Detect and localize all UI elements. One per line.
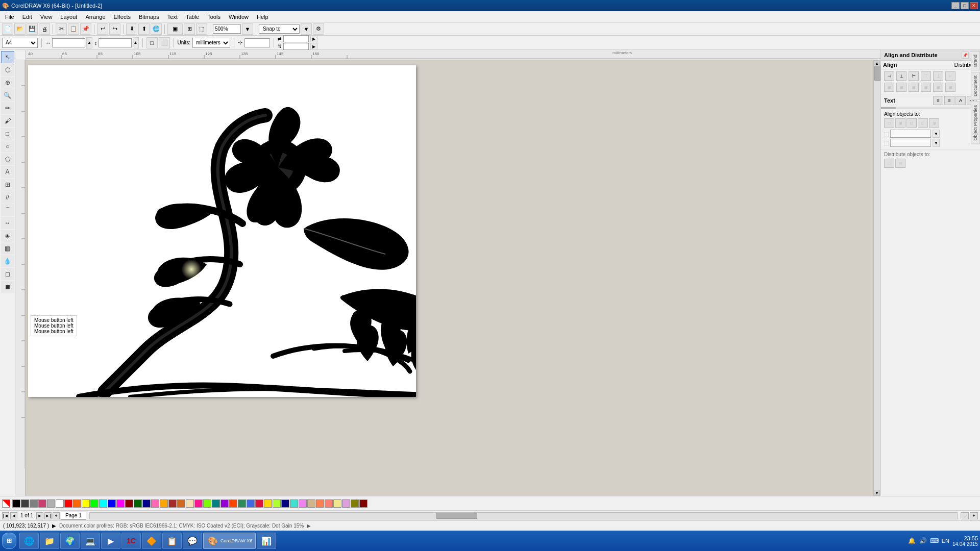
dist-to-btn2[interactable]: ⊞	[895, 159, 905, 168]
ellipse-tool[interactable]: ○	[1, 140, 14, 153]
text-tool[interactable]: A	[1, 166, 14, 178]
export-button[interactable]: ⬆	[138, 23, 150, 35]
snap-to-select[interactable]: Snap to	[259, 24, 300, 34]
snap-options-btn[interactable]: ▼	[301, 23, 312, 35]
page-next-btn[interactable]: ►	[36, 512, 43, 519]
no-fill-swatch[interactable]	[2, 499, 10, 508]
tray-icon1[interactable]: 🔔	[908, 537, 916, 545]
nudge-h-input[interactable]: 5,0 mm	[283, 35, 309, 42]
menu-item-view[interactable]: View	[36, 11, 57, 22]
color-purple[interactable]	[220, 499, 229, 508]
minimize-button[interactable]: _	[951, 2, 960, 9]
color-lime[interactable]	[90, 499, 99, 508]
taskbar-1c[interactable]: 1С	[121, 533, 141, 549]
align-to-btn4[interactable]: ⊡	[918, 118, 928, 128]
dist-btn2[interactable]: ⊟	[896, 83, 906, 92]
page-last-btn[interactable]: ►|	[44, 512, 52, 519]
color-profile-link[interactable]: ▶	[307, 523, 311, 529]
color-magenta[interactable]	[116, 499, 125, 508]
portrait-btn[interactable]: □	[146, 37, 158, 48]
page-add-btn[interactable]: +	[53, 512, 60, 519]
color-tan[interactable]	[307, 499, 315, 508]
cut-button[interactable]: ✂	[56, 23, 67, 35]
align-bottom-btn[interactable]: ⊦	[945, 71, 955, 81]
width-input[interactable]: 210,0 mm	[52, 38, 85, 47]
view-mode-btn1[interactable]: ▣	[167, 23, 183, 35]
page-tab-1[interactable]: Page 1	[61, 512, 86, 520]
color-gray[interactable]	[30, 499, 38, 508]
taskbar-coreldraw-active[interactable]: 🎨 CorelDRAW X6	[203, 533, 256, 549]
rectangle-tool[interactable]: □	[1, 128, 14, 140]
align-left-btn[interactable]: ⊣	[884, 71, 894, 81]
landscape-btn[interactable]: ⬜	[159, 37, 170, 48]
x-coord-input[interactable]: 105,0 mm	[890, 130, 931, 138]
nudge-h-btn[interactable]: ▶	[310, 35, 317, 42]
align-top-btn[interactable]: ⊤	[921, 71, 931, 81]
align-to-btn1[interactable]: □	[884, 118, 894, 128]
height-input[interactable]: 297,0 mm	[99, 38, 132, 47]
outline-tool[interactable]: ◻	[1, 268, 14, 280]
align-center-v-btn[interactable]: ⊥	[933, 71, 943, 81]
menu-item-arrange[interactable]: Arrange	[81, 11, 109, 22]
taskbar-chrome[interactable]: 🌐	[19, 533, 39, 549]
height-spinner-up[interactable]: ▲	[133, 37, 139, 48]
fill-tool[interactable]: ◼	[1, 281, 14, 293]
taskbar-computer[interactable]: 💻	[81, 533, 100, 549]
color-khaki[interactable]	[333, 499, 341, 508]
menu-item-layout[interactable]: Layout	[56, 11, 81, 22]
page-canvas[interactable]: Mouse button left Mouse button left Mous…	[28, 65, 416, 397]
zoom-dropdown[interactable]: ▼	[242, 23, 253, 35]
start-button[interactable]: ⊞	[2, 533, 16, 549]
page-prev-btn[interactable]: ◄	[10, 512, 17, 519]
color-hotpink[interactable]	[151, 499, 159, 508]
open-button[interactable]: 📂	[14, 23, 26, 35]
close-button[interactable]: ✕	[970, 2, 978, 9]
smart-fill-tool[interactable]: ▦	[1, 242, 14, 255]
units-select[interactable]: millimeters	[192, 38, 230, 48]
zoom-input[interactable]: 500%	[213, 24, 241, 34]
menu-item-table[interactable]: Table	[182, 11, 203, 22]
color-salmon[interactable]	[325, 499, 333, 508]
y-coord-input[interactable]: 148,5 mm	[890, 139, 931, 147]
align-right-btn[interactable]: ⊢	[909, 71, 919, 81]
text-align-left-btn[interactable]: ≡	[933, 96, 943, 105]
color-greenyellow[interactable]	[273, 499, 281, 508]
color-red[interactable]	[64, 499, 72, 508]
width-spinner-up[interactable]: ▲	[86, 37, 92, 48]
table-tool[interactable]: ⊞	[1, 179, 14, 191]
no-fill-box[interactable]	[2, 499, 10, 508]
color-plum[interactable]	[342, 499, 350, 508]
color-brown[interactable]	[168, 499, 177, 508]
menu-item-edit[interactable]: Edit	[18, 11, 36, 22]
interactive-fill-tool[interactable]: ◈	[1, 230, 14, 242]
horizontal-scrollbar[interactable]	[89, 512, 958, 519]
taskbar-files[interactable]: 📁	[40, 533, 59, 549]
shape-tool[interactable]: ⬡	[1, 64, 14, 76]
maximize-button[interactable]: □	[961, 2, 969, 9]
eyedropper-tool[interactable]: 💧	[1, 255, 14, 267]
align-to-btn3[interactable]: ⊟	[906, 118, 917, 128]
object-select[interactable]: A4	[2, 38, 38, 48]
page-first-btn[interactable]: |◄	[2, 512, 9, 519]
hscroll-thumb[interactable]	[436, 513, 477, 519]
panel-pin-btn[interactable]: 📌	[962, 52, 969, 59]
menu-item-tools[interactable]: Tools	[203, 11, 225, 22]
connector-tool[interactable]: ⌒	[1, 204, 14, 216]
color-seagreen[interactable]	[238, 499, 246, 508]
align-to-btn5[interactable]: ⊞	[929, 118, 939, 128]
freehand-tool[interactable]: ✏	[1, 102, 14, 114]
color-coral[interactable]	[316, 499, 324, 508]
taskbar-app7[interactable]: 📋	[162, 533, 182, 549]
undo-button[interactable]: ↩	[97, 23, 108, 35]
side-tab-document[interactable]: Document	[971, 72, 980, 100]
crop-tool[interactable]: ⊕	[1, 77, 14, 89]
measure-tool[interactable]: ↔	[1, 217, 14, 229]
taskbar-skype[interactable]: 💬	[183, 533, 202, 549]
zoom-out-btn[interactable]: -	[961, 512, 969, 519]
color-violet[interactable]	[299, 499, 307, 508]
zoom-in-btn[interactable]: +	[970, 512, 978, 519]
color-orange2[interactable]	[160, 499, 168, 508]
parallel-tool[interactable]: //	[1, 191, 14, 204]
color-white[interactable]	[56, 499, 64, 508]
align-to-btn2[interactable]: ⊞	[895, 118, 905, 128]
